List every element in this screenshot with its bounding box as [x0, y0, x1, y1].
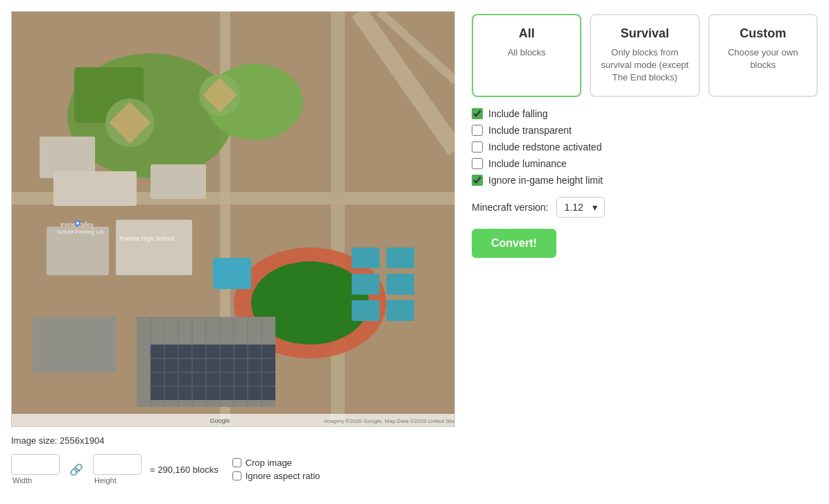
block-card-all-desc: All blocks: [481, 46, 572, 59]
minecraft-version-row: Minecraft version: 1.12 ▾: [472, 197, 818, 218]
include-falling-checkbox[interactable]: [472, 108, 483, 119]
crop-image-checkbox[interactable]: [232, 458, 241, 467]
image-size-info: Image size: 2556x1904: [11, 433, 455, 449]
block-card-survival-desc: Only blocks from survival mode (except T…: [599, 46, 690, 85]
version-select[interactable]: 1.12 ▾: [556, 197, 605, 218]
option-include-transparent[interactable]: Include transparent: [472, 125, 818, 136]
block-card-survival-title: Survival: [599, 26, 690, 41]
svg-text:School Parking Lot: School Parking Lot: [57, 229, 104, 235]
svg-rect-14: [116, 220, 192, 275]
block-card-custom[interactable]: Custom Choose your own blocks: [708, 14, 818, 97]
option-ignore-height[interactable]: Ignore in-game height limit: [472, 175, 818, 186]
right-panel: All All blocks Survival Only blocks from…: [472, 11, 818, 485]
include-redstone-checkbox[interactable]: [472, 141, 483, 153]
crop-image-label: Crop image: [246, 458, 292, 468]
ignore-aspect-label: Ignore aspect ratio: [246, 471, 321, 481]
main-container: Google Imagery ©2020 Google, Map Data ©2…: [0, 0, 829, 496]
svg-rect-26: [33, 317, 116, 372]
block-card-custom-title: Custom: [718, 26, 808, 41]
svg-rect-23: [386, 300, 414, 321]
svg-rect-22: [352, 300, 379, 321]
svg-text:Imagery ©2020 Google, Map Data: Imagery ©2020 Google, Map Data ©2020 Uni…: [324, 418, 455, 424]
width-input-group: 624 Width: [11, 454, 60, 485]
option-include-redstone[interactable]: Include redstone activated: [472, 141, 818, 153]
height-input[interactable]: 465: [93, 454, 142, 475]
convert-button[interactable]: Convert!: [472, 229, 556, 258]
svg-text:Google: Google: [210, 417, 230, 424]
link-icon[interactable]: 🔗: [68, 463, 85, 476]
controls-row: 624 Width 🔗 465 Height = 290,160 blocks …: [11, 454, 455, 485]
svg-rect-15: [151, 164, 206, 199]
minecraft-version-label: Minecraft version:: [472, 202, 548, 213]
block-type-cards: All All blocks Survival Only blocks from…: [472, 14, 818, 97]
version-value: 1.12: [564, 202, 583, 213]
svg-rect-12: [53, 171, 137, 206]
include-luminance-checkbox[interactable]: [472, 158, 483, 169]
include-transparent-label: Include transparent: [488, 125, 572, 136]
svg-rect-3: [331, 12, 345, 427]
svg-text:Portola High School: Portola High School: [119, 235, 175, 242]
svg-rect-18: [352, 247, 379, 268]
ignore-height-checkbox[interactable]: [472, 175, 483, 186]
block-card-all-title: All: [481, 26, 572, 41]
height-label: Height: [93, 476, 117, 485]
blocks-count: = 290,160 blocks: [150, 464, 219, 475]
ignore-aspect-checkbox[interactable]: [232, 471, 241, 480]
width-input[interactable]: 624: [11, 454, 60, 475]
include-transparent-checkbox[interactable]: [472, 125, 483, 136]
svg-rect-24: [213, 258, 251, 289]
svg-rect-20: [352, 274, 379, 295]
image-size-text: Image size: 2556x1904: [11, 435, 104, 446]
crop-image-row[interactable]: Crop image: [232, 458, 321, 468]
include-falling-label: Include falling: [488, 108, 548, 119]
block-card-survival[interactable]: Survival Only blocks from survival mode …: [590, 14, 699, 97]
height-input-group: 465 Height: [93, 454, 142, 485]
width-label: Width: [11, 476, 32, 485]
svg-rect-21: [386, 274, 414, 295]
include-redstone-label: Include redstone activated: [488, 141, 601, 153]
image-preview: Google Imagery ©2020 Google, Map Data ©2…: [11, 11, 455, 427]
block-card-all[interactable]: All All blocks: [472, 14, 581, 97]
block-card-custom-desc: Choose your own blocks: [718, 46, 808, 71]
svg-rect-19: [386, 247, 414, 268]
option-include-falling[interactable]: Include falling: [472, 108, 818, 119]
include-luminance-label: Include luminance: [488, 158, 567, 169]
chevron-down-icon: ▾: [592, 202, 597, 213]
left-panel: Google Imagery ©2020 Google, Map Data ©2…: [11, 11, 455, 485]
svg-point-57: [76, 222, 79, 225]
ignore-height-label: Ignore in-game height limit: [488, 175, 603, 186]
option-include-luminance[interactable]: Include luminance: [472, 158, 818, 169]
crop-options: Crop image Ignore aspect ratio: [232, 458, 321, 481]
options-section: Include falling Include transparent Incl…: [472, 108, 818, 186]
ignore-aspect-row[interactable]: Ignore aspect ratio: [232, 471, 321, 481]
map-svg: Google Imagery ©2020 Google, Map Data ©2…: [12, 12, 455, 427]
